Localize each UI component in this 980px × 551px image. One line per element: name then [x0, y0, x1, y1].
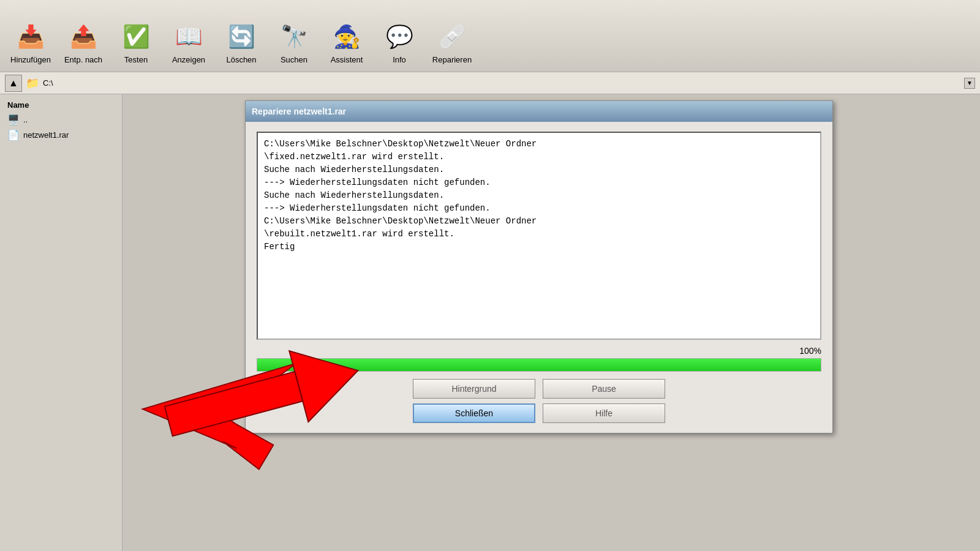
repair-dialog: Repariere netzwelt1.rar C:\Users\Mike Be… — [245, 100, 833, 433]
anzeigen-label: Anzeigen — [172, 55, 205, 64]
reparieren-icon: 🩹 — [436, 21, 468, 53]
assistent-icon: 🧙 — [331, 21, 363, 53]
toolbar-item-entp-nach[interactable]: 📤Entp. nach — [59, 18, 108, 67]
hinzufuegen-label: Hinzufügen — [10, 55, 51, 64]
toolbar-item-anzeigen[interactable]: 📖Anzeigen — [164, 18, 213, 67]
anzeigen-icon: 📖 — [173, 21, 205, 53]
output-line: ---> Wiederherstellungsdaten nicht gefun… — [264, 176, 814, 189]
hilfe-button[interactable]: Hilfe — [543, 403, 665, 423]
info-icon: 💬 — [383, 21, 415, 53]
file-icon: 📄 — [7, 129, 20, 141]
progress-section: 100% — [257, 346, 821, 372]
suchen-label: Suchen — [281, 55, 307, 64]
sidebar-item-netzwelt-label: netzwelt1.rar — [23, 130, 69, 140]
entp-nach-label: Entp. nach — [64, 55, 102, 64]
sidebar-item-up[interactable]: 🖥️ .. — [0, 112, 122, 127]
toolbar-item-suchen[interactable]: 🔭Suchen — [270, 18, 318, 67]
progress-percent: 100% — [257, 346, 821, 356]
output-line: Suche nach Wiederherstellungsdaten. — [264, 189, 814, 202]
entp-nach-icon: 📤 — [67, 21, 99, 53]
pause-button[interactable]: Pause — [543, 379, 665, 399]
suchen-icon: 🔭 — [278, 21, 310, 53]
loeschen-label: Löschen — [226, 55, 256, 64]
output-line: Fertig — [264, 241, 814, 253]
up-button[interactable]: ▲ — [5, 75, 22, 92]
computer-icon: 🖥️ — [7, 114, 20, 126]
dialog-titlebar: Repariere netzwelt1.rar — [246, 101, 832, 122]
testen-label: Testen — [124, 55, 148, 64]
hintergrund-button[interactable]: Hintergrund — [413, 379, 535, 399]
address-bar: ▲ 📁 C:\ ▼ — [0, 72, 980, 94]
buttons-row: Hintergrund Pause — [257, 379, 821, 399]
loeschen-icon: 🔄 — [225, 21, 257, 53]
progress-bar-fill — [257, 359, 821, 371]
schliessen-button[interactable]: Schließen — [413, 403, 535, 423]
output-area[interactable]: C:\Users\Mike Belschner\Desktop\Netzwelt… — [257, 132, 821, 340]
sidebar-item-up-label: .. — [23, 115, 28, 124]
output-line: \rebuilt.netzwelt1.rar wird erstellt. — [264, 228, 814, 241]
toolbar-item-hinzufuegen[interactable]: 📥Hinzufügen — [6, 18, 55, 67]
address-dropdown[interactable]: ▼ — [964, 78, 975, 89]
dialog-title: Repariere netzwelt1.rar — [252, 107, 826, 116]
sidebar-item-netzwelt[interactable]: 📄 netzwelt1.rar — [0, 127, 122, 143]
testen-icon: ✅ — [120, 21, 152, 53]
dialog-area: Repariere netzwelt1.rar C:\Users\Mike Be… — [123, 94, 980, 551]
output-line: ---> Wiederherstellungsdaten nicht gefun… — [264, 202, 814, 215]
output-line: C:\Users\Mike Belschner\Desktop\Netzwelt… — [264, 138, 814, 151]
toolbar-item-reparieren[interactable]: 🩹Reparieren — [428, 18, 477, 67]
toolbar-item-testen[interactable]: ✅Testen — [111, 18, 160, 67]
info-label: Info — [393, 55, 406, 64]
output-line: C:\Users\Mike Belschner\Desktop\Netzwelt… — [264, 215, 814, 228]
buttons-row-2: Schließen Hilfe — [257, 403, 821, 423]
sidebar-header: Name — [0, 97, 122, 112]
toolbar-item-assistent[interactable]: 🧙Assistent — [322, 18, 371, 67]
assistent-label: Assistent — [331, 55, 363, 64]
toolbar: 📥Hinzufügen📤Entp. nach✅Testen📖Anzeigen🔄L… — [0, 0, 980, 72]
hinzufuegen-icon: 📥 — [15, 21, 47, 53]
sidebar: Name 🖥️ .. 📄 netzwelt1.rar — [0, 94, 123, 551]
reparieren-label: Reparieren — [432, 55, 472, 64]
output-line: \fixed.netzwelt1.rar wird erstellt. — [264, 151, 814, 163]
toolbar-item-loeschen[interactable]: 🔄Löschen — [217, 18, 266, 67]
main-content: Name 🖥️ .. 📄 netzwelt1.rar Repariere net… — [0, 94, 980, 551]
output-line: Suche nach Wiederherstellungsdaten. — [264, 163, 814, 176]
dialog-body: C:\Users\Mike Belschner\Desktop\Netzwelt… — [246, 122, 832, 433]
address-text: C:\ — [43, 78, 53, 88]
progress-bar-container — [257, 358, 821, 372]
folder-icon: 📁 — [26, 77, 39, 90]
toolbar-item-info[interactable]: 💬Info — [375, 18, 424, 67]
